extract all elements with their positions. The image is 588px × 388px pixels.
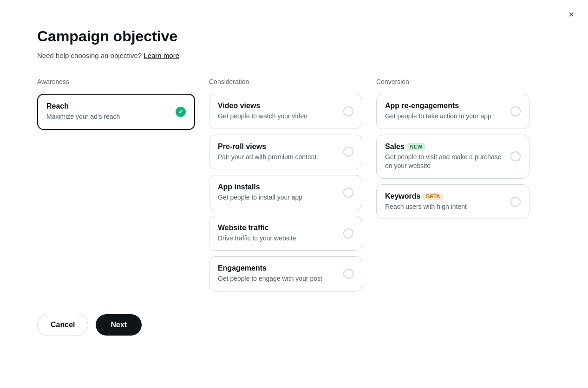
- subtitle-text: Need help choosing an objective? Learn m…: [37, 52, 551, 59]
- option-app-re-engagements-desc: Get people to take action in your app: [385, 112, 505, 121]
- conversion-label: Conversion: [376, 78, 529, 85]
- option-sales-radio: [510, 151, 521, 162]
- option-keywords[interactable]: Keywords BETA Reach users with high inte…: [376, 184, 529, 220]
- option-app-installs-text: App installs Get people to install your …: [218, 183, 338, 202]
- option-website-traffic-title: Website traffic: [218, 224, 338, 232]
- option-keywords-text: Keywords BETA Reach users with high inte…: [385, 192, 505, 212]
- option-engagements[interactable]: Engagements Get people to engage with yo…: [209, 256, 362, 291]
- consideration-column: Consideration Video views Get people to …: [209, 78, 362, 291]
- option-pre-roll-radio: [343, 147, 353, 157]
- option-video-views-title: Video views: [218, 102, 338, 110]
- option-app-re-engagements[interactable]: App re-engagements Get people to take ac…: [376, 94, 529, 129]
- option-website-traffic-radio: [343, 228, 353, 239]
- consideration-label: Consideration: [209, 78, 362, 85]
- option-video-views-text: Video views Get people to watch your vid…: [218, 102, 338, 121]
- option-pre-roll-title: Pre-roll views: [218, 142, 338, 151]
- option-app-installs-desc: Get people to install your app: [218, 193, 338, 202]
- option-pre-roll-text: Pre-roll views Pair your ad with premium…: [218, 142, 338, 162]
- option-app-installs-radio: [343, 188, 353, 198]
- sales-new-badge: NEW: [407, 143, 425, 150]
- option-sales-desc: Get people to visit and make a purchase …: [385, 153, 505, 171]
- awareness-label: Awareness: [37, 78, 195, 85]
- keywords-beta-badge: BETA: [423, 193, 443, 200]
- option-keywords-desc: Reach users with high intent: [385, 202, 505, 212]
- option-engagements-text: Engagements Get people to engage with yo…: [218, 264, 338, 284]
- option-sales[interactable]: Sales NEW Get people to visit and make a…: [376, 135, 529, 179]
- option-engagements-desc: Get people to engage with your post: [218, 274, 338, 284]
- columns-container: Awareness Reach Maximize your ad's reach…: [37, 78, 551, 291]
- page-title: Campaign objective: [37, 28, 551, 45]
- option-video-views-desc: Get people to watch your video: [218, 112, 338, 121]
- option-website-traffic-text: Website traffic Drive traffic to your we…: [218, 224, 338, 243]
- awareness-column: Awareness Reach Maximize your ad's reach: [37, 78, 195, 130]
- option-pre-roll-desc: Pair your ad with premium content: [218, 153, 338, 162]
- option-reach-title: Reach: [46, 102, 170, 110]
- option-app-installs-title: App installs: [218, 183, 338, 191]
- option-website-traffic[interactable]: Website traffic Drive traffic to your we…: [209, 216, 362, 251]
- option-app-re-engagements-text: App re-engagements Get people to take ac…: [385, 102, 505, 121]
- option-keywords-radio: [510, 197, 521, 207]
- option-reach[interactable]: Reach Maximize your ad's reach: [37, 94, 195, 130]
- option-reach-radio: [176, 107, 186, 117]
- cancel-button[interactable]: Cancel: [37, 314, 88, 336]
- option-video-views-radio: [343, 106, 353, 116]
- option-app-re-engagements-radio: [510, 106, 521, 116]
- option-website-traffic-desc: Drive traffic to your website: [218, 234, 338, 243]
- option-reach-desc: Maximize your ad's reach: [46, 112, 170, 122]
- option-engagements-radio: [343, 269, 353, 279]
- close-button[interactable]: ×: [568, 9, 574, 20]
- option-app-re-engagements-title: App re-engagements: [385, 102, 505, 110]
- option-pre-roll-views[interactable]: Pre-roll views Pair your ad with premium…: [209, 135, 362, 170]
- learn-more-link[interactable]: Learn more: [144, 52, 179, 59]
- footer: Cancel Next: [37, 314, 551, 336]
- conversion-column: Conversion App re-engagements Get people…: [376, 78, 529, 219]
- option-app-installs[interactable]: App installs Get people to install your …: [209, 175, 362, 210]
- next-button[interactable]: Next: [96, 314, 142, 336]
- option-keywords-title: Keywords BETA: [385, 192, 505, 200]
- option-sales-title: Sales NEW: [385, 142, 505, 151]
- option-engagements-title: Engagements: [218, 264, 338, 272]
- option-sales-text: Sales NEW Get people to visit and make a…: [385, 142, 505, 171]
- option-video-views[interactable]: Video views Get people to watch your vid…: [209, 94, 362, 129]
- option-reach-text: Reach Maximize your ad's reach: [46, 102, 170, 122]
